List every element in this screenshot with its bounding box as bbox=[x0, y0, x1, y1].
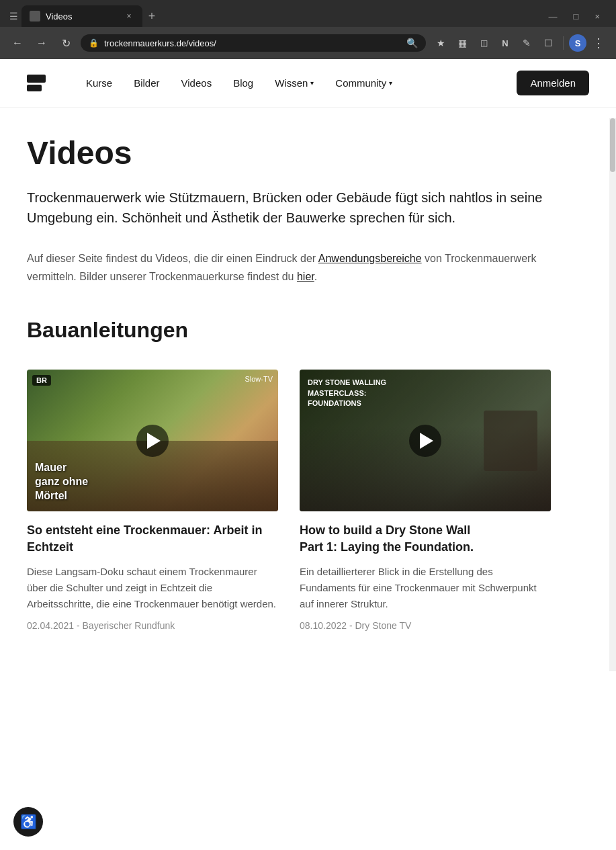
logo-block-bottom bbox=[27, 85, 42, 91]
video-meta-1: 02.04.2021 - Bayerischer Rundfunk bbox=[27, 620, 278, 631]
anmelden-button[interactable]: Anmelden bbox=[517, 71, 589, 95]
profile-button[interactable]: S bbox=[569, 34, 586, 52]
security-icon: 🔒 bbox=[89, 38, 99, 48]
site-logo[interactable] bbox=[27, 75, 46, 91]
thumb-2-overlay-text: DRY STONE WALLING MASTERCLASS: FOUNDATIO… bbox=[308, 378, 386, 409]
browser-chrome: ☰ Videos × + — □ × ← → ↻ 🔒 🔍 ★ ▦ ◫ N ✎ bbox=[0, 0, 616, 59]
slow-tv-badge: Slow-TV bbox=[245, 375, 273, 383]
new-tab-button[interactable]: + bbox=[142, 7, 161, 26]
pen-icon[interactable]: ✎ bbox=[517, 34, 536, 52]
maximize-button[interactable]: □ bbox=[568, 11, 584, 22]
video-title-1: So entsteht eine Trockenmauer: Arbeit in… bbox=[27, 522, 278, 556]
subtitle-text-before: Auf dieser Seite findest du Videos, die … bbox=[27, 253, 318, 264]
extension-icon-1[interactable]: ◫ bbox=[474, 34, 493, 52]
video-thumbnail-2[interactable]: DRY STONE WALLING MASTERCLASS: FOUNDATIO… bbox=[300, 370, 551, 511]
site-navigation: Kurse Bilder Videos Blog Wissen ▾ Commun… bbox=[0, 59, 616, 108]
hier-link[interactable]: hier bbox=[297, 271, 314, 282]
play-button-2[interactable] bbox=[409, 425, 441, 457]
toolbar-icons: ★ ▦ ◫ N ✎ ☐ S ⋮ bbox=[431, 34, 608, 52]
menu-button[interactable]: ⋮ bbox=[589, 34, 608, 52]
nav-link-blog[interactable]: Blog bbox=[233, 77, 253, 89]
section-title: Bauanleitungen bbox=[27, 318, 551, 343]
address-bar[interactable]: 🔒 🔍 bbox=[81, 34, 426, 52]
br-badge: BR bbox=[32, 375, 51, 386]
subtitle-text-after: . bbox=[314, 271, 317, 282]
video-card-2: DRY STONE WALLING MASTERCLASS: FOUNDATIO… bbox=[300, 370, 551, 631]
play-icon-2 bbox=[420, 433, 433, 449]
scrollbar-thumb[interactable] bbox=[610, 118, 615, 172]
nav-links: Kurse Bilder Videos Blog Wissen ▾ Commun… bbox=[86, 77, 517, 89]
page-title: Videos bbox=[27, 134, 551, 171]
reload-button[interactable]: ↻ bbox=[56, 34, 75, 52]
minimize-button[interactable]: — bbox=[543, 11, 563, 22]
notion-icon[interactable]: N bbox=[496, 34, 515, 52]
tab-close-button[interactable]: × bbox=[124, 11, 134, 22]
forward-button[interactable]: → bbox=[32, 34, 51, 52]
browser-tab[interactable]: Videos × bbox=[21, 5, 142, 27]
video-meta-2: 08.10.2022 - Dry Stone TV bbox=[300, 620, 551, 631]
website-content: Kurse Bilder Videos Blog Wissen ▾ Commun… bbox=[0, 59, 616, 671]
video-title-2: How to build a Dry Stone Wall Part 1: La… bbox=[300, 522, 551, 556]
tab-favicon bbox=[30, 11, 40, 22]
sidebar-toggle-button[interactable]: ☰ bbox=[5, 8, 21, 24]
screenshot-icon[interactable]: ▦ bbox=[453, 34, 472, 52]
nav-link-videos[interactable]: Videos bbox=[181, 77, 212, 89]
main-content: Videos Trockenmauerwerk wie Stützmauern,… bbox=[0, 108, 578, 671]
nav-link-wissen[interactable]: Wissen ▾ bbox=[275, 77, 314, 89]
divider bbox=[563, 36, 564, 50]
window-controls: — □ × bbox=[543, 11, 611, 22]
video-description-2: Ein detaillierterer Blick in die Erstell… bbox=[300, 564, 551, 612]
anwendungsbereiche-link[interactable]: Anwendungsbereiche bbox=[318, 253, 422, 264]
play-button-1[interactable] bbox=[136, 425, 169, 457]
wissen-chevron-icon: ▾ bbox=[310, 79, 314, 87]
video-card-1: BR Slow-TV Mauer ganz ohne Mörtel So ent… bbox=[27, 370, 278, 631]
page-description: Trockenmauerwerk wie Stützmauern, Brücke… bbox=[27, 187, 551, 228]
scrollbar-track[interactable] bbox=[609, 118, 616, 671]
tab-title: Videos bbox=[46, 11, 73, 22]
extension-icon-2[interactable]: ☐ bbox=[539, 34, 558, 52]
videos-grid: BR Slow-TV Mauer ganz ohne Mörtel So ent… bbox=[27, 370, 551, 631]
browser-toolbar: ← → ↻ 🔒 🔍 ★ ▦ ◫ N ✎ ☐ S ⋮ bbox=[0, 27, 616, 59]
nav-link-kurse[interactable]: Kurse bbox=[86, 77, 112, 89]
video-description-1: Diese Langsam-Doku schaut einem Trockenm… bbox=[27, 564, 278, 612]
close-button[interactable]: × bbox=[589, 11, 605, 22]
search-icon: 🔍 bbox=[406, 38, 418, 48]
page-subtitle: Auf dieser Seite findest du Videos, die … bbox=[27, 249, 551, 286]
nav-link-community[interactable]: Community ▾ bbox=[335, 77, 392, 89]
community-chevron-icon: ▾ bbox=[389, 79, 392, 87]
nav-link-bilder[interactable]: Bilder bbox=[134, 77, 159, 89]
tab-bar: ☰ Videos × + — □ × bbox=[0, 0, 616, 27]
thumb-1-overlay-text: Mauer ganz ohne Mörtel bbox=[35, 461, 88, 503]
logo-block-top bbox=[27, 75, 46, 83]
play-icon-1 bbox=[147, 433, 161, 449]
video-thumbnail-1[interactable]: BR Slow-TV Mauer ganz ohne Mörtel bbox=[27, 370, 278, 511]
back-button[interactable]: ← bbox=[8, 34, 27, 52]
url-input[interactable] bbox=[104, 38, 401, 48]
bookmark-icon[interactable]: ★ bbox=[431, 34, 450, 52]
